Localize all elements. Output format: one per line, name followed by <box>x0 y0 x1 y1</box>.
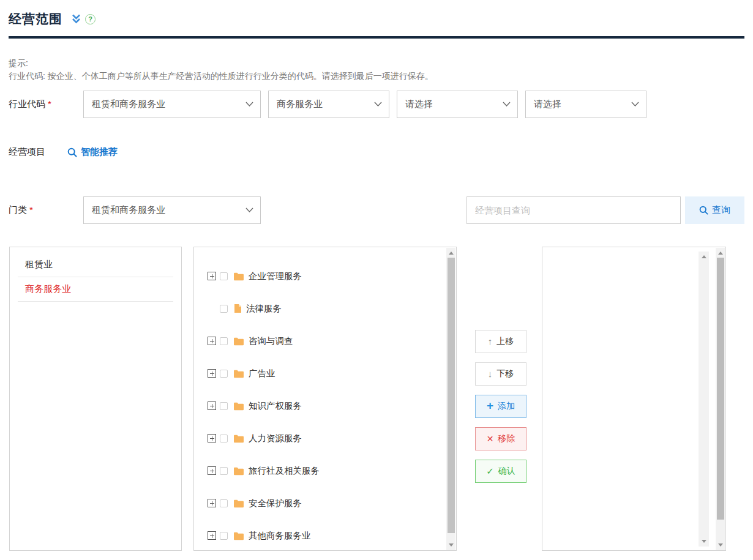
hint-text: 行业代码: 按企业、个体工商户等所从事生产经营活动的性质进行行业分类的代码。请选… <box>9 70 744 83</box>
category-label: 门类* <box>9 204 83 216</box>
tree-checkbox[interactable] <box>220 532 228 540</box>
scroll-down-icon[interactable] <box>718 543 723 547</box>
selection-panels: 租赁业 商务服务业 企业管理服务 法律服务 咨询与调查 广告业 <box>0 247 753 551</box>
chevron-down-icon <box>245 102 253 107</box>
chevron-down-icon <box>374 102 382 107</box>
panel-scrollbar[interactable] <box>716 248 725 550</box>
arrow-up-icon: ↑ <box>488 337 493 346</box>
category-item-business-services[interactable]: 商务服务业 <box>18 277 173 302</box>
tree-row: 广告业 <box>208 357 456 390</box>
tree-node-label[interactable]: 旅行社及相关服务 <box>249 465 320 477</box>
page-header: 经营范围 ? <box>9 10 744 28</box>
tree-row: 法律服务 <box>208 293 456 325</box>
tree-row: 知识产权服务 <box>208 390 456 422</box>
tree-row: 其他商务服务业 <box>208 520 456 552</box>
scrollbar-thumb[interactable] <box>448 258 455 533</box>
industry-code-row: 行业代码* 租赁和商务服务业 商务服务业 请选择 请选择 <box>0 91 753 118</box>
tree-checkbox[interactable] <box>220 467 228 475</box>
industry-level1-select[interactable]: 租赁和商务服务业 <box>83 91 261 118</box>
selected-list-scrollbar[interactable] <box>699 252 709 547</box>
tree-checkbox[interactable] <box>220 499 228 507</box>
smart-recommend-link[interactable]: 智能推荐 <box>67 146 118 158</box>
expand-plus-icon[interactable] <box>208 272 216 280</box>
expand-plus-icon[interactable] <box>208 337 216 345</box>
check-icon: ✓ <box>486 466 494 476</box>
chevron-down-icon <box>245 207 253 213</box>
folder-icon <box>233 401 244 411</box>
plus-icon: + <box>487 400 493 411</box>
expand-plus-icon[interactable] <box>208 531 216 540</box>
category-item-leasing[interactable]: 租赁业 <box>18 253 173 277</box>
tree-node-label[interactable]: 知识产权服务 <box>249 400 302 412</box>
tree-node-label[interactable]: 其他商务服务业 <box>249 530 311 542</box>
tree-checkbox[interactable] <box>220 305 228 313</box>
folder-icon <box>233 337 244 346</box>
industry-level3-select[interactable]: 请选择 <box>397 91 518 118</box>
search-icon <box>67 147 77 157</box>
transfer-buttons: ↑ 上移 ↓ 下移 + 添加 ✕ 移除 ✓ 确认 <box>475 330 526 483</box>
tree-node-label[interactable]: 人力资源服务 <box>249 433 302 444</box>
scrollbar-thumb[interactable] <box>717 258 724 520</box>
search-button[interactable]: 查询 <box>685 196 744 224</box>
category-list-panel: 租赁业 商务服务业 <box>9 247 182 551</box>
tree-checkbox[interactable] <box>220 337 228 345</box>
tree-row: 旅行社及相关服务 <box>208 455 456 487</box>
project-search-input[interactable] <box>466 196 681 224</box>
scroll-down-icon[interactable] <box>449 543 454 547</box>
tree-scrollbar[interactable] <box>446 248 455 550</box>
expand-plus-icon[interactable] <box>208 369 216 378</box>
expand-plus-icon[interactable] <box>208 466 216 475</box>
add-button[interactable]: + 添加 <box>475 395 526 418</box>
tree-checkbox[interactable] <box>220 435 228 442</box>
folder-icon <box>233 499 244 508</box>
tree-node-label[interactable]: 法律服务 <box>246 303 282 315</box>
tree-row: 企业管理服务 <box>208 260 456 293</box>
project-tree-panel: 企业管理服务 法律服务 咨询与调查 广告业 知识产权服务 <box>193 247 457 551</box>
move-up-button[interactable]: ↑ 上移 <box>475 330 526 353</box>
tree-checkbox[interactable] <box>220 402 228 410</box>
required-asterisk: * <box>29 204 33 215</box>
remove-button[interactable]: ✕ 移除 <box>475 427 526 450</box>
scroll-up-icon[interactable] <box>718 252 723 255</box>
folder-icon <box>233 434 244 443</box>
scroll-up-icon[interactable] <box>449 252 454 255</box>
chevron-down-icon <box>503 102 511 107</box>
tree-row: 人力资源服务 <box>208 422 456 455</box>
page-title: 经营范围 <box>9 10 62 28</box>
scroll-down-icon[interactable] <box>702 540 706 543</box>
cross-icon: ✕ <box>487 435 494 443</box>
business-project-row: 经营项目 智能推荐 <box>0 144 753 160</box>
hint-label: 提示: <box>9 57 744 70</box>
tree-node-label[interactable]: 咨询与调查 <box>249 335 293 347</box>
folder-icon <box>233 272 244 281</box>
chevron-down-icon <box>631 102 639 107</box>
search-icon <box>699 206 708 215</box>
industry-level2-select[interactable]: 商务服务业 <box>268 91 389 118</box>
hint-block: 提示: 行业代码: 按企业、个体工商户等所从事生产经营活动的性质进行行业分类的代… <box>9 57 744 83</box>
business-project-label: 经营项目 <box>9 146 67 158</box>
folder-icon <box>233 466 244 476</box>
tree-checkbox[interactable] <box>220 272 228 280</box>
tree-checkbox[interactable] <box>220 370 228 378</box>
expand-plus-icon[interactable] <box>208 434 216 442</box>
arrow-down-icon: ↓ <box>488 369 493 378</box>
tree-node-label[interactable]: 广告业 <box>249 368 275 379</box>
folder-icon <box>233 369 244 378</box>
double-chevron-down-icon[interactable] <box>71 13 81 24</box>
move-down-button[interactable]: ↓ 下移 <box>475 362 526 386</box>
category-row: 门类* 租赁和商务服务业 查询 <box>0 196 753 224</box>
confirm-button[interactable]: ✓ 确认 <box>475 460 526 483</box>
required-asterisk: * <box>48 99 51 109</box>
tree-node-label[interactable]: 企业管理服务 <box>249 271 302 282</box>
category-select[interactable]: 租赁和商务服务业 <box>83 196 261 224</box>
expand-plus-icon[interactable] <box>208 401 216 410</box>
tree-row: 咨询与调查 <box>208 325 456 357</box>
scroll-up-icon[interactable] <box>702 255 706 258</box>
folder-icon <box>233 531 244 540</box>
tree-node-label[interactable]: 安全保护服务 <box>249 498 302 509</box>
industry-level4-select[interactable]: 请选择 <box>525 91 646 118</box>
title-divider <box>9 36 744 39</box>
expand-plus-icon[interactable] <box>208 499 216 507</box>
help-icon[interactable]: ? <box>85 14 96 24</box>
tree-row: 安全保护服务 <box>208 487 456 520</box>
